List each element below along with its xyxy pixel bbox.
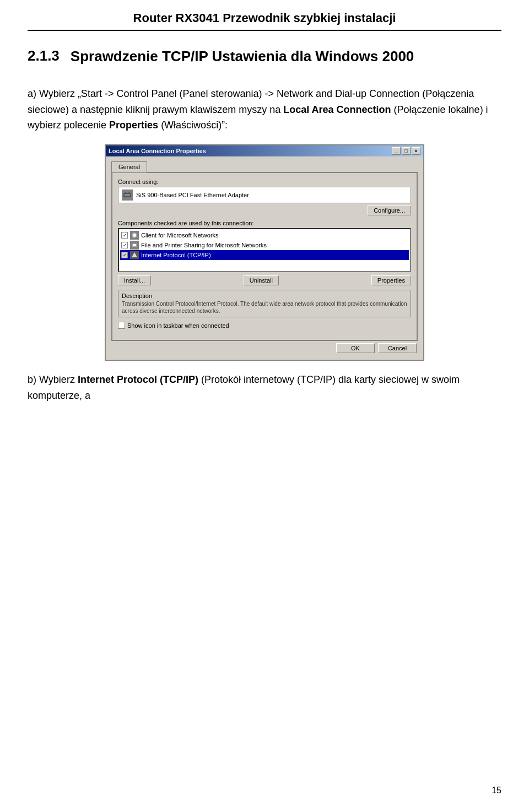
close-button[interactable]: × [412, 147, 420, 155]
connect-using-box: SiS 900-Based PCI Fast Ethernet Adapter [118, 187, 411, 203]
comp-icon-2 [130, 241, 139, 250]
paragraph-b: b) Wybierz Internet Protocol (TCP/IP) (P… [28, 372, 501, 404]
properties-button[interactable]: Properties [371, 275, 411, 285]
tab-panel: Connect using: SiS 900-Based PCI Fast Et… [111, 172, 418, 341]
component-item-1[interactable]: ✓ Client for Microsoft Networks [120, 230, 409, 240]
paragraph-a-label: a) [28, 88, 36, 99]
svg-rect-7 [133, 244, 136, 246]
comp-icon-3 [130, 251, 139, 259]
section-number: 2.1.3 [28, 47, 60, 64]
show-icon-row: Show icon in taskbar when connected [118, 322, 411, 329]
install-button[interactable]: Install... [118, 275, 151, 285]
tab-row: General [111, 161, 418, 172]
comp-icon-1 [130, 231, 139, 240]
paragraph-a-bold2: Properties [109, 120, 158, 131]
svg-rect-2 [125, 192, 126, 193]
page-header-title: Router RX3041 Przewodnik szybkiej instal… [133, 11, 396, 25]
paragraph-b-label: b) [28, 374, 36, 385]
uninstall-button[interactable]: Uninstall [244, 275, 279, 285]
dialog-content: General Connect using: SiS 900-Based PCI… [106, 156, 423, 360]
svg-point-5 [133, 234, 136, 237]
description-box: Description Transmission Control Protoco… [118, 290, 411, 317]
minimize-button[interactable]: _ [392, 147, 401, 155]
paragraph-a-bold1: Local Area Connection [283, 104, 391, 115]
components-group: Components checked are used by this conn… [118, 220, 411, 285]
connect-using-label: Connect using: [118, 178, 411, 185]
dialog-screenshot: Local Area Connection Properties _ □ × G… [105, 144, 424, 361]
paragraph-b-text1: Wybierz [39, 374, 78, 385]
component-buttons-row: Install... Uninstall Properties [118, 275, 411, 285]
show-icon-label: Show icon in taskbar when connected [127, 322, 229, 329]
component-name-1: Client for Microsoft Networks [141, 232, 219, 239]
description-title: Description [122, 293, 407, 299]
component-name-2: File and Printer Sharing for Microsoft N… [141, 242, 267, 248]
connect-using-group: Connect using: SiS 900-Based PCI Fast Et… [118, 178, 411, 215]
cancel-button[interactable]: Cancel [378, 343, 417, 353]
description-text: Transmission Control Protocol/Internet P… [122, 300, 407, 315]
maximize-button[interactable]: □ [402, 147, 411, 155]
components-label: Components checked are used by this conn… [118, 220, 411, 226]
dialog-title: Local Area Connection Properties [109, 148, 206, 154]
checkbox-1[interactable]: ✓ [121, 232, 128, 239]
show-icon-checkbox[interactable] [118, 322, 125, 329]
dialog-titlebar: Local Area Connection Properties _ □ × [106, 145, 423, 156]
components-list: ✓ Client for Microsoft Networks ✓ File [118, 228, 411, 272]
page-container: Router RX3041 Przewodnik szybkiej instal… [0, 0, 529, 812]
page-header: Router RX3041 Przewodnik szybkiej instal… [28, 11, 501, 31]
svg-marker-8 [132, 252, 137, 257]
tab-general[interactable]: General [111, 161, 147, 172]
configure-btn-row: Configure... [118, 205, 411, 215]
adapter-icon [122, 190, 133, 201]
ok-button[interactable]: OK [336, 343, 375, 353]
paragraph-b-bold1: Internet Protocol (TCP/IP) [78, 374, 198, 385]
paragraph-a: a) Wybierz „Start -> Control Panel (Pane… [28, 86, 501, 133]
titlebar-buttons: _ □ × [392, 147, 420, 155]
adapter-name: SiS 900-Based PCI Fast Ethernet Adapter [136, 192, 249, 198]
section-header-row: 2.1.3 Sprawdzenie TCP/IP Ustawienia dla … [28, 47, 501, 77]
ok-cancel-row: OK Cancel [111, 341, 418, 355]
page-number: 15 [492, 786, 501, 795]
svg-rect-1 [125, 194, 130, 196]
section-title: Sprawdzenie TCP/IP Ustawienia dla Window… [71, 47, 414, 66]
svg-rect-3 [128, 192, 129, 193]
component-item-3[interactable]: ✓ Internet Protocol (TCP/IP) [120, 250, 409, 260]
checkbox-2[interactable]: ✓ [121, 242, 128, 248]
checkbox-3[interactable]: ✓ [121, 252, 128, 258]
component-item-2[interactable]: ✓ File and Printer Sharing for Microsoft… [120, 240, 409, 250]
component-name-3: Internet Protocol (TCP/IP) [141, 252, 211, 258]
paragraph-a-text3: (Właściwości)”: [158, 120, 228, 131]
configure-button[interactable]: Configure... [368, 205, 411, 215]
